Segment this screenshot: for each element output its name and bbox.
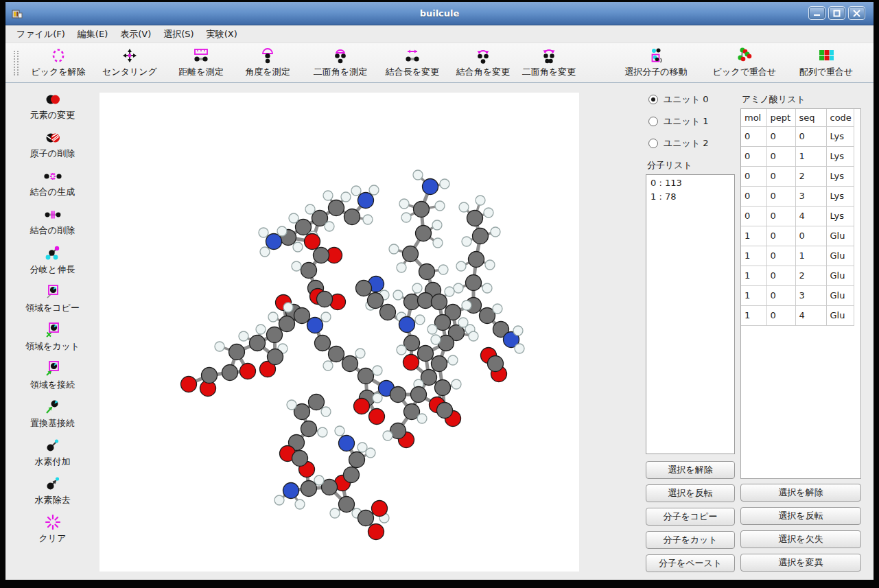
atom-H[interactable]: [401, 213, 411, 222]
atom-C[interactable]: [279, 316, 295, 332]
atom-H[interactable]: [515, 344, 524, 353]
amino-table-row[interactable]: 000Lys: [741, 126, 854, 146]
atom-C[interactable]: [202, 368, 218, 384]
molecule-canvas[interactable]: [99, 93, 579, 572]
atom-H[interactable]: [427, 325, 437, 334]
atom-C[interactable]: [309, 395, 325, 410]
atom-H[interactable]: [462, 301, 471, 310]
atom-O[interactable]: [403, 355, 419, 371]
atom-H[interactable]: [289, 213, 298, 223]
atom-C[interactable]: [292, 451, 308, 467]
atom-C[interactable]: [473, 228, 489, 244]
unit-radio-1[interactable]: ユニット 1: [646, 114, 735, 129]
atom-H[interactable]: [438, 265, 448, 274]
atom-H[interactable]: [431, 335, 441, 344]
molecule-list-item[interactable]: 1 : 78: [651, 191, 730, 205]
atom-C[interactable]: [301, 421, 317, 437]
atom-O[interactable]: [305, 234, 320, 250]
menu-file[interactable]: ファイル(F): [10, 26, 71, 43]
atom-H[interactable]: [397, 345, 406, 355]
atom-C[interactable]: [250, 336, 266, 351]
atom-H[interactable]: [373, 366, 382, 375]
atom-H[interactable]: [277, 226, 287, 236]
atom-C[interactable]: [432, 356, 447, 372]
atom-H[interactable]: [305, 204, 315, 214]
atom-N[interactable]: [339, 436, 355, 451]
atom-H[interactable]: [363, 215, 373, 224]
amino-table-row[interactable]: 100Glu: [741, 226, 854, 246]
atom-C[interactable]: [229, 344, 245, 360]
atom-C[interactable]: [267, 327, 283, 343]
atom-H[interactable]: [393, 290, 403, 300]
tool-change-dihedral[interactable]: 二面角を変更: [511, 46, 587, 78]
atom-H[interactable]: [454, 283, 463, 293]
molecule-list-item[interactable]: 0 : 113: [651, 178, 730, 191]
tool-copy-region[interactable]: 領域をコピー: [5, 279, 99, 318]
atom-H[interactable]: [415, 315, 425, 325]
atom-H[interactable]: [433, 238, 443, 248]
atom-H[interactable]: [283, 303, 293, 312]
unit-radio-2[interactable]: ユニット 2: [646, 136, 735, 151]
atom-H[interactable]: [476, 196, 485, 205]
mutate-residue-button[interactable]: 選択を変異: [740, 554, 861, 572]
atom-H[interactable]: [412, 283, 422, 293]
atom-C[interactable]: [380, 305, 396, 320]
deselect-molecule-button[interactable]: 選択を解除: [646, 461, 735, 479]
atom-C[interactable]: [356, 281, 372, 296]
atom-H[interactable]: [351, 186, 361, 196]
tool-attach-substituent[interactable]: 置換基接続: [5, 395, 99, 433]
atom-H[interactable]: [321, 407, 331, 416]
atom-C[interactable]: [488, 356, 504, 372]
atom-C[interactable]: [344, 209, 360, 225]
atom-H[interactable]: [268, 312, 278, 322]
atom-N[interactable]: [266, 234, 282, 250]
atom-C[interactable]: [418, 346, 434, 362]
tool-change-element[interactable]: 元素の変更: [5, 87, 99, 126]
cut-molecule-button[interactable]: 分子をカット: [646, 531, 735, 549]
atom-C[interactable]: [358, 368, 374, 384]
atom-C[interactable]: [403, 246, 419, 262]
atom-H[interactable]: [287, 400, 296, 410]
atom-H[interactable]: [413, 170, 423, 180]
atom-C[interactable]: [301, 481, 317, 497]
atom-H[interactable]: [397, 263, 406, 272]
atom-H[interactable]: [469, 331, 478, 341]
atom-N[interactable]: [399, 317, 415, 333]
atom-C[interactable]: [469, 252, 484, 268]
atom-C[interactable]: [467, 211, 483, 226]
invert-residue-selection-button[interactable]: 選択を反転: [740, 507, 861, 525]
atom-H[interactable]: [399, 199, 409, 209]
invert-molecule-selection-button[interactable]: 選択を反転: [646, 484, 735, 502]
atom-O[interactable]: [372, 501, 388, 517]
atom-O[interactable]: [369, 409, 385, 425]
atom-H[interactable]: [323, 361, 333, 371]
atom-H[interactable]: [484, 208, 493, 217]
atom-C[interactable]: [435, 380, 451, 396]
atom-C[interactable]: [339, 497, 355, 513]
atom-H[interactable]: [435, 201, 445, 211]
tool-branch-extend[interactable]: 分岐と伸長: [5, 241, 99, 279]
atom-C[interactable]: [416, 226, 432, 242]
atom-C[interactable]: [314, 248, 329, 263]
atom-H[interactable]: [456, 261, 466, 271]
atom-N[interactable]: [283, 483, 299, 499]
amino-table-row[interactable]: 103Glu: [741, 285, 854, 305]
atom-C[interactable]: [414, 202, 430, 217]
atom-H[interactable]: [293, 242, 303, 252]
atom-C[interactable]: [315, 336, 331, 351]
atom-C[interactable]: [437, 403, 453, 419]
atom-C[interactable]: [268, 349, 283, 365]
tool-move-selected-molecule[interactable]: 選択分子の移動: [618, 46, 694, 78]
tool-change-bond-angle[interactable]: 結合角を変更: [445, 46, 521, 78]
atom-O[interactable]: [181, 377, 197, 392]
atom-H[interactable]: [482, 283, 492, 293]
atom-C[interactable]: [301, 263, 317, 279]
atom-H[interactable]: [440, 179, 449, 189]
atom-C[interactable]: [390, 387, 406, 403]
tool-create-bond[interactable]: 結合の生成: [5, 164, 99, 202]
atom-H[interactable]: [323, 191, 333, 200]
atom-C[interactable]: [294, 308, 310, 324]
atom-H[interactable]: [448, 355, 458, 365]
atom-H[interactable]: [215, 342, 224, 351]
unit-radio-0[interactable]: ユニット 0: [646, 92, 735, 107]
